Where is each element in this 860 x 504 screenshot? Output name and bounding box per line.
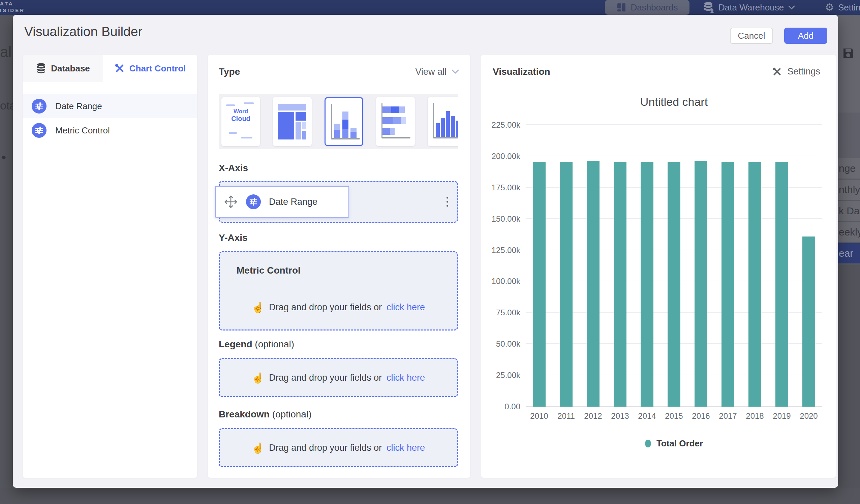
nav-dashboards-label: Dashboards [631,2,678,13]
chart-type-column-card[interactable] [428,97,458,146]
treemap-block [296,122,301,140]
mini-bar [451,116,455,137]
x-tick-label: 2019 [773,411,791,421]
tap-hand-icon: ☝ [252,442,264,454]
background-page-left-strip: al ota ● [0,15,13,488]
background-menu-item: nge [838,158,860,178]
mini-axis [433,103,434,138]
mini-bar-seg [399,106,405,113]
treemap-block [296,112,306,120]
y-tick-label: 25.00k [496,371,520,380]
click-here-link[interactable]: click here [387,302,425,313]
background-toolbar [838,15,860,113]
y-tick-label: 0.00 [504,402,520,411]
save-icon [842,47,854,59]
breakdown-dropzone[interactable]: ☝ Drag and drop your fields or click her… [219,428,458,467]
nav-item-settings: ⚙ Settings [825,0,860,15]
x-axis-section-label: X-Axis [219,163,248,173]
gridline [526,124,822,125]
mini-bar-seg [350,132,357,138]
x-tick-label: 2020 [800,411,818,421]
clipped-text-fragment: ota [0,99,13,112]
chart-type-treemap-card[interactable] [273,97,312,146]
sliders-icon [32,123,46,138]
mini-bar-seg [342,129,348,138]
mini-bar-seg [334,124,340,130]
tab-database[interactable]: Database [23,55,103,82]
dashboard-icon [616,2,627,13]
gridline [526,156,822,156]
word-cloud-word: Word [221,109,260,115]
y-tick-label: 75.00k [496,308,520,317]
y-axis-dropzone[interactable]: Metric Control ☝ Drag and drop your fiel… [219,251,458,331]
mini-bar-seg [334,130,340,138]
mini-bar [446,111,450,137]
word-cloud-mini [244,102,254,104]
background-menu-item: k Date [838,200,860,221]
control-item-label: Date Range [55,101,102,112]
chart-legend[interactable]: Total Order [526,438,822,449]
y-tick-label: 175.00k [492,183,520,192]
chart-type-word-cloud-card[interactable]: Word Cloud [221,97,260,146]
settings-label: Settings [787,66,820,77]
mini-bar-seg [342,119,348,129]
type-section-label: Type [219,66,240,77]
background-menu-item: nthly [838,178,860,200]
x-axis-dropzone[interactable]: Date Range Date Range [219,181,458,223]
mini-axis [331,138,360,140]
view-all-dropdown[interactable]: View all [415,67,459,77]
add-button[interactable]: Add [784,28,827,44]
x-tick-label: 2010 [530,411,548,421]
mini-axis [382,137,411,139]
logo-line-1: ATA [0,0,25,7]
settings-button[interactable]: Settings [772,66,820,77]
control-item-date-range[interactable]: Date Range [23,94,197,118]
background-spacer [838,113,860,158]
date-range-drag-chip[interactable]: Date Range [215,186,349,218]
x-tick-label: 2012 [584,411,602,421]
bar-2010 [533,162,546,407]
treemap-block [302,131,306,140]
sliders-icon [246,195,261,209]
mini-bar-seg [392,117,401,124]
chevron-down-icon [788,5,795,10]
visualization-panel: Visualization Settings Untitled chart 22… [481,55,836,478]
treemap-block [278,112,294,140]
word-cloud-mini [229,132,237,134]
tab-chart-control[interactable]: Chart Control [103,55,197,82]
background-menu-item-active: ear [838,242,860,263]
click-here-link[interactable]: click here [387,373,425,383]
background-fill [838,264,860,488]
click-here-link[interactable]: click here [387,443,425,453]
bar-2014 [641,162,654,407]
dropzone-text: Drag and drop your fields or [269,302,382,313]
y-tick-label: 100.00k [492,277,520,286]
legend-dropzone[interactable]: ☝ Drag and drop your fields or click her… [219,358,458,397]
y-tick-label: 150.00k [492,214,520,224]
chart-type-horizontal-bar-card[interactable] [376,97,415,146]
mini-axis [433,137,458,139]
tap-hand-icon: ☝ [252,372,264,384]
chart-type-stacked-column-card[interactable] [325,97,363,146]
tab-database-label: Database [51,63,90,74]
clipped-text-fragment: al [0,43,12,60]
legend-label: Total Order [657,438,703,449]
y-tick-label: 50.00k [496,339,520,349]
nav-settings-label: Settings [838,2,860,13]
cancel-button[interactable]: Cancel [730,28,773,44]
legend-section-label: Legend (optional) [219,339,294,350]
view-all-label: View all [415,67,446,77]
bar-2011 [560,162,573,407]
kebab-menu-icon[interactable] [446,197,448,207]
word-cloud-mini [226,104,235,106]
modal-title: Visualization Builder [24,24,143,39]
visualization-header: Visualization [493,66,550,77]
database-icon [36,63,46,74]
bar-chart-plot: 225.00k200.00k175.00k150.00k125.00k100.0… [526,125,822,407]
control-item-metric-control[interactable]: Metric Control [23,118,197,143]
mini-bar [436,123,440,137]
visualization-builder-modal: Visualization Builder Cancel Add Databas… [13,15,838,488]
y-axis-section-label: Y-Axis [219,232,248,243]
background-menu: nge nthly k Date eekly ear [838,158,860,263]
x-tick-label: 2011 [557,411,575,421]
